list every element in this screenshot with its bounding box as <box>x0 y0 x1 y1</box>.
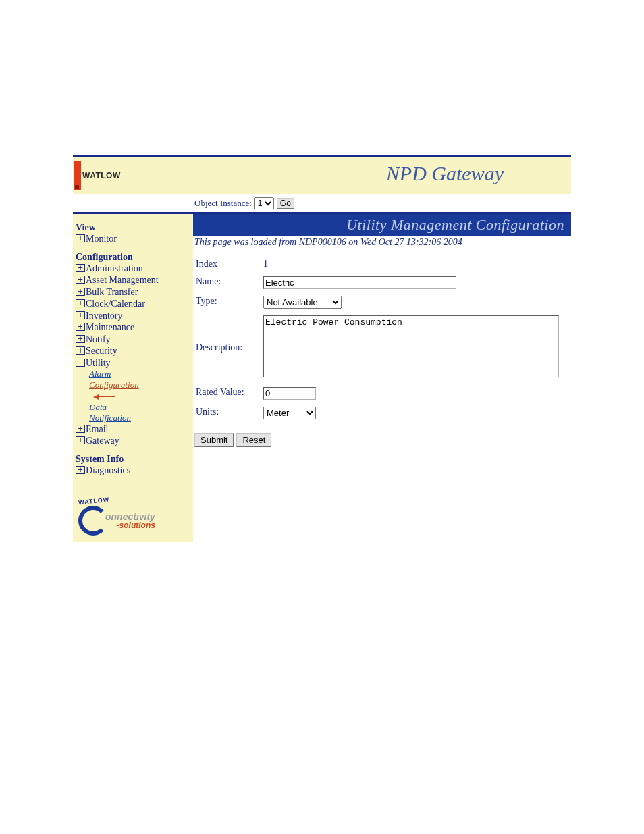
expand-icon: + <box>76 234 85 242</box>
nav-utility[interactable]: -Utility <box>76 357 190 369</box>
collapse-icon: - <box>76 359 85 367</box>
go-button[interactable]: Go <box>277 198 294 209</box>
submit-button[interactable] <box>194 433 234 447</box>
description-label: Description: <box>196 313 262 383</box>
nav-maintenance[interactable]: +Maintenance <box>76 321 190 334</box>
expand-icon: + <box>76 346 85 355</box>
sub-data[interactable]: Data <box>89 402 190 413</box>
nav-administration[interactable]: +Administration <box>76 263 190 275</box>
conn-word2: -solutions <box>104 521 157 529</box>
expand-icon: + <box>76 466 85 474</box>
expand-icon: + <box>76 311 85 319</box>
conn-arc: WATLOW <box>78 496 110 506</box>
logo: WATLOW <box>73 161 121 190</box>
description-textarea[interactable] <box>263 315 559 377</box>
type-label: Type: <box>196 293 262 311</box>
instance-label: Object Instance: <box>194 198 252 209</box>
nav-bulk-transfer[interactable]: +Bulk Transfer <box>76 286 190 298</box>
pointer-arrow-icon <box>93 391 115 402</box>
connectivity-logo: WATLOW onnectivity -solutions <box>76 495 190 536</box>
page: WATLOW NPD Gateway Object Instance: 1 Go… <box>0 0 644 542</box>
nav-clock-calendar[interactable]: +Clock/Calendar <box>76 298 190 310</box>
expand-icon: + <box>76 335 85 343</box>
sidebar: View +Monitor Configuration +Administrat… <box>73 214 193 542</box>
index-label: Index <box>196 256 262 272</box>
logo-bar-icon <box>74 161 81 190</box>
app-title: NPD Gateway <box>386 162 504 185</box>
main-area: Utility Management Configuration This pa… <box>193 214 571 542</box>
nav-email[interactable]: +Email <box>76 423 190 436</box>
utility-subitems: Alarm Configuration Data Notification <box>76 369 190 423</box>
units-select[interactable]: Meter <box>263 407 316 419</box>
sub-alarm[interactable]: Alarm <box>89 369 190 380</box>
name-label: Name: <box>196 273 262 292</box>
app-frame: WATLOW NPD Gateway Object Instance: 1 Go… <box>73 155 571 542</box>
expand-icon: + <box>76 323 85 331</box>
nav-asset-management[interactable]: +Asset Management <box>76 274 190 286</box>
nav-monitor[interactable]: +Monitor <box>76 233 190 245</box>
nav-gateway[interactable]: +Gateway <box>76 435 190 447</box>
rated-input[interactable] <box>263 387 316 400</box>
loaded-line: This page was loaded from NDP000106 on W… <box>193 236 571 255</box>
page-title: Utility Management Configuration <box>193 214 571 236</box>
section-view: View <box>76 222 190 233</box>
expand-icon: + <box>76 436 85 444</box>
name-input[interactable] <box>263 276 456 289</box>
expand-icon: + <box>76 264 85 272</box>
expand-icon: + <box>76 299 85 307</box>
config-form: Index 1 Name: Type: Not Available <box>194 255 564 423</box>
expand-icon: + <box>76 425 85 433</box>
nav-diagnostics[interactable]: +Diagnostics <box>76 465 190 477</box>
nav-inventory[interactable]: +Inventory <box>76 310 190 322</box>
type-select[interactable]: Not Available <box>263 296 342 309</box>
reset-button[interactable] <box>236 433 271 447</box>
c-ring-icon <box>78 506 108 536</box>
sub-configuration[interactable]: Configuration <box>89 380 190 390</box>
index-value: 1 <box>263 256 563 272</box>
rated-label: Rated Value: <box>196 384 262 402</box>
sub-notification[interactable]: Notification <box>89 413 190 423</box>
instance-bar: Object Instance: 1 Go <box>73 194 571 212</box>
instance-select[interactable]: 1 <box>254 197 274 209</box>
nav-notify[interactable]: +Notify <box>76 334 190 346</box>
expand-icon: + <box>76 288 85 296</box>
button-row <box>194 433 571 447</box>
logo-text: WATLOW <box>82 171 121 180</box>
section-configuration: Configuration <box>76 252 190 263</box>
units-label: Units: <box>196 404 262 422</box>
nav-security[interactable]: +Security <box>76 345 190 357</box>
body: View +Monitor Configuration +Administrat… <box>73 214 571 542</box>
header: WATLOW NPD Gateway <box>73 157 571 194</box>
expand-icon: + <box>76 276 85 284</box>
section-system-info: System Info <box>76 454 190 465</box>
